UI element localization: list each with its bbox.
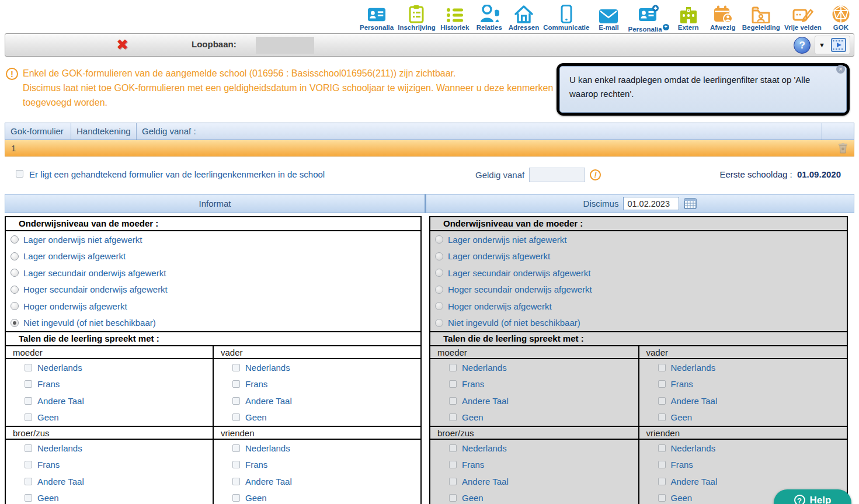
- toolbar-item-historiek[interactable]: Historiek: [440, 2, 470, 33]
- checkbox-icon[interactable]: [25, 494, 32, 502]
- lang-option[interactable]: Nederlands: [214, 440, 420, 457]
- gok-formulier-row-selected[interactable]: 1: [5, 140, 854, 157]
- lang-option[interactable]: Frans: [214, 457, 420, 474]
- checkbox-icon[interactable]: [449, 397, 457, 405]
- radio-icon[interactable]: [11, 286, 19, 294]
- checkbox-icon[interactable]: [658, 478, 666, 485]
- radio-icon[interactable]: [435, 235, 443, 244]
- lang-option[interactable]: Frans: [430, 376, 638, 393]
- radio-selected-icon[interactable]: [11, 319, 19, 327]
- checkbox-icon[interactable]: [658, 364, 666, 371]
- gehandtekend-checkbox[interactable]: [16, 170, 23, 178]
- radio-icon[interactable]: [435, 269, 443, 277]
- discimus-date-input[interactable]: [623, 197, 679, 210]
- radio-icon[interactable]: [11, 252, 19, 260]
- checkbox-icon[interactable]: [658, 461, 666, 468]
- radio-icon[interactable]: [435, 319, 443, 327]
- radio-icon[interactable]: [11, 302, 19, 310]
- lang-option[interactable]: Frans: [6, 376, 213, 393]
- lang-option[interactable]: Geen: [430, 490, 638, 504]
- lang-option[interactable]: Andere Taal: [430, 473, 638, 490]
- lang-option[interactable]: Nederlands: [639, 440, 847, 457]
- help-icon[interactable]: ?: [794, 37, 811, 54]
- radio-option[interactable]: Lager secundair onderwijs afgewerkt: [6, 265, 420, 281]
- toolbar-item-personalia-plus[interactable]: Personalia+: [628, 2, 669, 33]
- radio-option-selected[interactable]: Niet ingevuld (of niet beschikbaar): [6, 315, 420, 332]
- lang-option[interactable]: Frans: [639, 457, 847, 474]
- checkbox-icon[interactable]: [232, 444, 240, 452]
- lang-option[interactable]: Geen: [6, 490, 213, 504]
- checkbox-icon[interactable]: [449, 364, 457, 371]
- lang-option[interactable]: Nederlands: [6, 359, 213, 376]
- lang-option[interactable]: Andere Taal: [639, 392, 847, 409]
- toolbar-item-communicatie[interactable]: Communicatie: [543, 2, 589, 33]
- toolbar-item-relaties[interactable]: Relaties: [474, 2, 505, 33]
- help-button[interactable]: ? Help: [774, 489, 851, 504]
- radio-icon[interactable]: [11, 235, 19, 244]
- lang-option[interactable]: Nederlands: [430, 440, 638, 457]
- toolbar-item-email[interactable]: E-mail: [593, 2, 624, 33]
- checkbox-icon[interactable]: [232, 494, 240, 502]
- radio-option[interactable]: Lager secundair onderwijs afgewerkt: [430, 265, 847, 281]
- checkbox-icon[interactable]: [25, 444, 32, 452]
- radio-icon[interactable]: [11, 269, 19, 277]
- checkbox-icon[interactable]: [232, 461, 240, 468]
- calendar-icon[interactable]: [684, 198, 697, 209]
- radio-option[interactable]: Niet ingevuld (of niet beschikbaar): [430, 315, 847, 332]
- lang-option[interactable]: Andere Taal: [214, 473, 420, 490]
- radio-option[interactable]: Hoger secundair onderwijs afgewerkt: [6, 281, 420, 298]
- radio-option[interactable]: Hoger onderwijs afgewerkt: [6, 298, 420, 315]
- lang-option[interactable]: Andere Taal: [430, 392, 638, 409]
- checkbox-icon[interactable]: [449, 478, 457, 485]
- lang-option[interactable]: Andere Taal: [6, 473, 213, 490]
- lang-option[interactable]: Geen: [430, 409, 638, 426]
- checkbox-icon[interactable]: [658, 494, 666, 502]
- checkbox-icon[interactable]: [25, 478, 32, 485]
- lang-option[interactable]: Nederlands: [214, 359, 420, 376]
- toolbar-item-extern[interactable]: Extern: [673, 2, 704, 33]
- close-icon[interactable]: ✖: [116, 36, 128, 53]
- radio-option[interactable]: Lager onderwijs niet afgewerkt: [6, 231, 420, 248]
- lang-option[interactable]: Frans: [430, 457, 638, 474]
- checkbox-icon[interactable]: [449, 413, 457, 421]
- toolbar-item-adressen[interactable]: Adressen: [509, 2, 539, 33]
- radio-option[interactable]: Hoger secundair onderwijs afgewerkt: [430, 281, 847, 298]
- lang-option[interactable]: Andere Taal: [639, 473, 847, 490]
- lang-option[interactable]: Andere Taal: [6, 392, 213, 409]
- video-tutorial-icon[interactable]: [831, 38, 846, 52]
- checkbox-icon[interactable]: [232, 380, 240, 388]
- lang-option[interactable]: Geen: [6, 409, 213, 426]
- lang-option[interactable]: Geen: [214, 409, 420, 426]
- checkbox-icon[interactable]: [232, 413, 240, 421]
- lang-option[interactable]: Frans: [214, 376, 420, 393]
- checkbox-icon[interactable]: [449, 380, 457, 388]
- checkbox-icon[interactable]: [449, 461, 457, 468]
- checkbox-icon[interactable]: [658, 397, 666, 405]
- lang-option[interactable]: Frans: [6, 457, 213, 474]
- checkbox-icon[interactable]: [232, 397, 240, 405]
- toolbar-item-personalia[interactable]: Personalia: [360, 2, 394, 33]
- geldig-vanaf-input[interactable]: [529, 168, 585, 182]
- radio-option[interactable]: Hoger onderwijs afgewerkt: [430, 298, 847, 315]
- checkbox-icon[interactable]: [232, 364, 240, 371]
- radio-option[interactable]: Lager onderwijs niet afgewerkt: [430, 231, 847, 248]
- checkbox-icon[interactable]: [232, 478, 240, 485]
- radio-icon[interactable]: [435, 252, 443, 260]
- checkbox-icon[interactable]: [658, 380, 666, 388]
- checkbox-icon[interactable]: [658, 413, 666, 421]
- radio-icon[interactable]: [435, 286, 443, 294]
- tooltip-close-icon[interactable]: ×: [836, 65, 845, 74]
- toolbar-item-afwezig[interactable]: Afwezig: [708, 2, 738, 33]
- toolbar-item-inschrijving[interactable]: Inschrijving: [398, 2, 436, 33]
- chevron-down-icon[interactable]: ▼: [819, 41, 825, 48]
- info-icon[interactable]: !: [590, 169, 601, 180]
- toolbar-item-gok[interactable]: GOK: [826, 2, 856, 33]
- checkbox-icon[interactable]: [25, 380, 32, 388]
- checkbox-icon[interactable]: [25, 461, 32, 468]
- lang-option[interactable]: Andere Taal: [214, 392, 420, 409]
- lang-option[interactable]: Nederlands: [430, 359, 638, 376]
- checkbox-icon[interactable]: [658, 444, 666, 452]
- toolbar-item-begeleiding[interactable]: Begeleiding: [742, 2, 780, 33]
- checkbox-icon[interactable]: [25, 397, 32, 405]
- delete-icon[interactable]: [838, 142, 848, 154]
